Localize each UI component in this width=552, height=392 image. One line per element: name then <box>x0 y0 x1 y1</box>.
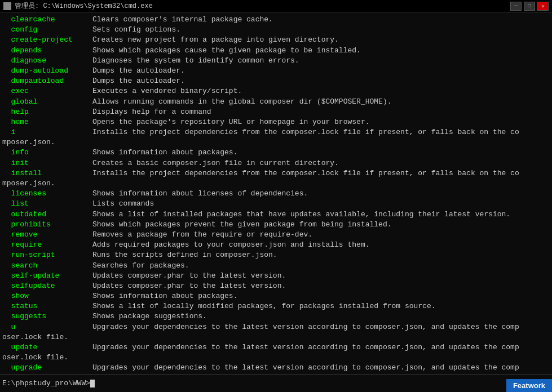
cmd-label: self-update <box>2 271 92 281</box>
cmd-label: status <box>2 301 92 311</box>
terminal-line: self-update Updates composer.phar to the… <box>2 271 550 281</box>
cmd-label: update <box>2 342 92 353</box>
cmd-label: exec <box>2 86 92 96</box>
cmd-icon <box>3 2 11 10</box>
cmd-description: Sets config options. <box>92 25 180 35</box>
cmd-label: clearcache <box>2 15 92 25</box>
cmd-label: oser.lock file. <box>2 353 90 363</box>
cmd-label: require <box>2 240 92 250</box>
terminal-line: licenses Shows information about license… <box>2 189 550 199</box>
terminal-line: selfupdate Updates composer.phar to the … <box>2 281 550 291</box>
terminal-line: status Shows a list of locally modified … <box>2 301 550 311</box>
minimize-button[interactable]: — <box>510 2 522 11</box>
cmd-description: Allows running commands in the global co… <box>92 97 392 107</box>
cmd-description: Upgrades your dependencies to the latest… <box>92 322 519 332</box>
command-prompt: E:\phpstudy_pro\WWW> <box>2 379 90 387</box>
terminal-line: show Shows information about packages. <box>2 291 550 301</box>
terminal-line: init Creates a basic composer.json file … <box>2 158 550 168</box>
cmd-label: licenses <box>2 189 92 199</box>
title-bar-title: 管理员: C:\Windows\System32\cmd.exe <box>15 1 153 11</box>
cmd-description: Displays help for a command <box>92 107 211 117</box>
terminal-line: suggests Shows package suggestions. <box>2 311 550 322</box>
cmd-description: Searches for packages. <box>92 261 189 271</box>
terminal-line: create-project Creates new project from … <box>2 35 550 45</box>
close-button[interactable]: ✕ <box>537 2 549 11</box>
terminal-line: search Searches for packages. <box>2 261 550 271</box>
cmd-description: Shows a list of locally modified package… <box>92 301 436 311</box>
title-bar-controls: — □ ✕ <box>510 2 549 11</box>
title-bar-left: 管理员: C:\Windows\System32\cmd.exe <box>3 1 153 11</box>
cmd-description: Installs the project dependencies from t… <box>92 168 519 179</box>
restore-button[interactable]: □ <box>524 2 535 11</box>
cmd-label: info <box>2 148 92 158</box>
cmd-label: prohibits <box>2 220 92 230</box>
terminal-output: clearcache Clears composer's internal pa… <box>0 12 552 374</box>
cmd-label: mposer.json. <box>2 179 90 189</box>
cmd-description: Updates composer.phar to the latest vers… <box>92 281 286 291</box>
terminal-line: dumpautoload Dumps the autoloader. <box>2 76 550 86</box>
terminal-line: mposer.json. <box>2 137 550 148</box>
terminal-line: install Installs the project dependencie… <box>2 168 550 179</box>
cmd-label: outdated <box>2 210 92 220</box>
cmd-description: Shows information about licenses of depe… <box>92 189 308 199</box>
cmd-label: diagnose <box>2 56 92 66</box>
cmd-label: depends <box>2 46 92 56</box>
cmd-description: Removes a package from the require or re… <box>92 230 312 240</box>
cmd-label: u <box>2 322 92 332</box>
cmd-description: Upgrades your dependencies to the latest… <box>92 363 519 373</box>
cmd-description: Creates a basic composer.json file in cu… <box>92 158 339 168</box>
cmd-label: dumpautoload <box>2 76 92 86</box>
cmd-description: Shows information about packages. <box>92 291 237 301</box>
terminal-line: remove Removes a package from the requir… <box>2 230 550 240</box>
terminal-line: update Upgrades your dependencies to the… <box>2 342 550 353</box>
cmd-description: Lists commands <box>92 199 154 209</box>
terminal-line: dump-autoload Dumps the autoloader. <box>2 66 550 76</box>
terminal-line: global Allows running commands in the gl… <box>2 97 550 107</box>
cmd-label: oser.lock file. <box>2 332 90 342</box>
cmd-label: init <box>2 158 92 168</box>
cmd-label: list <box>2 199 92 209</box>
cmd-label: upgrade <box>2 363 92 373</box>
cmd-label: help <box>2 107 92 117</box>
cmd-description: Shows package suggestions. <box>92 311 207 322</box>
cmd-label: install <box>2 168 92 179</box>
terminal-line: run-script Runs the scripts defined in c… <box>2 250 550 260</box>
cmd-label: i <box>2 127 92 137</box>
cmd-description: Runs the scripts defined in composer.jso… <box>92 250 277 260</box>
cmd-label: config <box>2 25 92 35</box>
cursor <box>90 380 95 387</box>
cmd-description: Clears composer's internal package cache… <box>92 15 273 25</box>
cmd-label: search <box>2 261 92 271</box>
cmd-label: remove <box>2 230 92 240</box>
terminal-line: outdated Shows a list of installed packa… <box>2 210 550 220</box>
cmd-description: Diagnoses the system to identify common … <box>92 56 299 66</box>
cmd-label: create-project <box>2 35 92 45</box>
cmd-label: show <box>2 291 92 301</box>
cmd-label: home <box>2 117 92 127</box>
cmd-label: mposer.json. <box>2 137 90 148</box>
terminal-line: depends Shows which packages cause the g… <box>2 46 550 56</box>
terminal-line: list Lists commands <box>2 199 550 209</box>
title-bar: 管理员: C:\Windows\System32\cmd.exe — □ ✕ <box>0 0 552 12</box>
terminal-line: home Opens the package's repository URL … <box>2 117 550 127</box>
cmd-label: dump-autoload <box>2 66 92 76</box>
terminal-line: require Adds required packages to your c… <box>2 240 550 250</box>
terminal-line: diagnose Diagnoses the system to identif… <box>2 56 550 66</box>
terminal-line: u Upgrades your dependencies to the late… <box>2 322 550 332</box>
terminal-line: oser.lock file. <box>2 332 550 342</box>
terminal-line: upgrade Upgrades your dependencies to th… <box>2 363 550 373</box>
cmd-description: Shows which packages prevent the given p… <box>92 220 392 230</box>
terminal-line: mposer.json. <box>2 179 550 189</box>
cmd-label: selfupdate <box>2 281 92 291</box>
cmd-description: Updates composer.phar to the latest vers… <box>92 271 286 281</box>
cmd-label: suggests <box>2 311 92 322</box>
cmd-description: Shows information about packages. <box>92 148 237 158</box>
terminal-line: prohibits Shows which packages prevent t… <box>2 220 550 230</box>
terminal-line: exec Executes a vendored binary/script. <box>2 86 550 96</box>
terminal-line: oser.lock file. <box>2 353 550 363</box>
terminal-line: help Displays help for a command <box>2 107 550 117</box>
cmd-description: Shows which packages cause the given pac… <box>92 46 361 56</box>
terminal-line: clearcache Clears composer's internal pa… <box>2 15 550 25</box>
terminal-line: config Sets config options. <box>2 25 550 35</box>
cmd-description: Dumps the autoloader. <box>92 66 185 76</box>
